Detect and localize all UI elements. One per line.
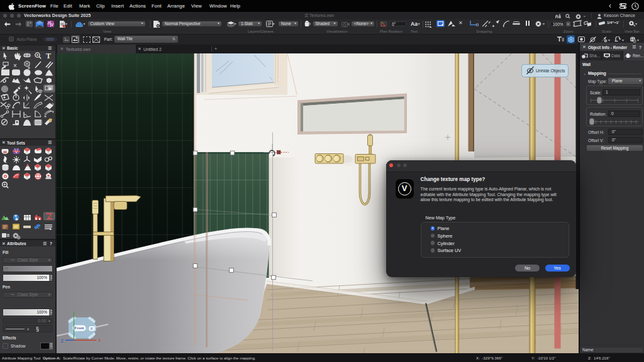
svg-text:R: R <box>91 327 93 330</box>
svg-text:×: × <box>13 62 17 69</box>
svg-text:Front: Front <box>75 326 84 330</box>
svg-text:Z: Z <box>61 338 64 343</box>
svg-text:Unhide Objects: Unhide Objects <box>536 69 565 74</box>
svg-text:T: T <box>46 51 51 60</box>
svg-text:X: X <box>98 338 101 343</box>
